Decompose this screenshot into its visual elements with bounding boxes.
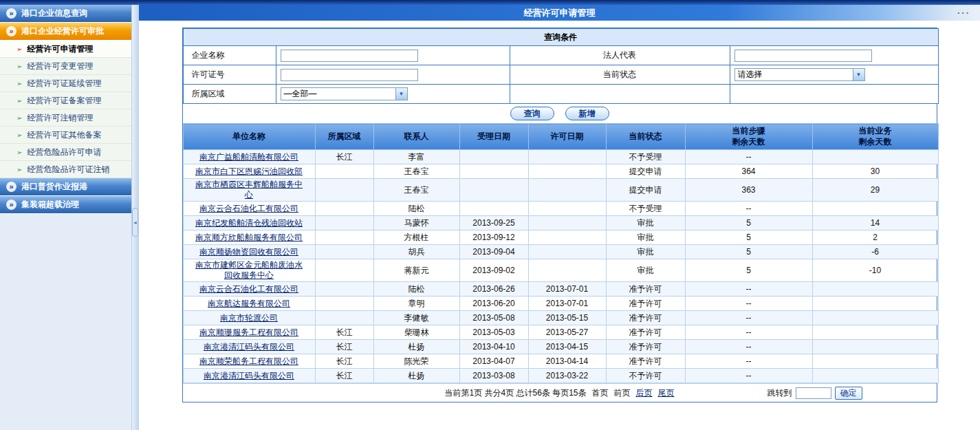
- sidebar-item-1-7[interactable]: ➢经营危险品许可证注销: [0, 161, 131, 178]
- arrow-icon: ➢: [17, 45, 22, 53]
- cell-company: 南京顺扬物资回收有限公司: [183, 245, 315, 259]
- company-link[interactable]: 南京港清江码头有限公司: [204, 342, 294, 352]
- cell-biz-days-left: [812, 150, 938, 164]
- sidebar-group-0[interactable]: »港口企业信息查询: [0, 5, 131, 23]
- company-link[interactable]: 南京顺珊服务工程有限公司: [199, 327, 298, 337]
- content-panel: 查询条件 企业名称 法人代表 许可证号 当前状态: [182, 28, 937, 402]
- cell-status: 审批: [606, 259, 685, 282]
- cell-biz-days-left: [812, 297, 938, 311]
- company-link[interactable]: 南京市栖霞区丰辉船舶服务中心: [195, 180, 303, 200]
- cell-accept-date: [459, 150, 528, 164]
- cell-status: 审批: [606, 216, 685, 230]
- page-title-bar: 经营许可申请管理 ···: [139, 5, 980, 21]
- double-arrow-icon: »: [6, 8, 17, 19]
- cell-status: 提交申请: [606, 164, 685, 179]
- company-link[interactable]: 南京航达服务有限公司: [208, 299, 290, 308]
- company-name-input[interactable]: [281, 50, 418, 62]
- arrow-icon: ➢: [17, 149, 22, 156]
- cell-contact: 陈光荣: [373, 354, 459, 369]
- cell-permit-date: 2013-07-01: [528, 297, 606, 311]
- arrow-icon: ➢: [17, 114, 22, 122]
- empty-cell: [510, 85, 730, 104]
- sidebar-menu: »港口企业信息查询»港口企业经营许可审批➢经营许可申请管理➢经营许可变更管理➢经…: [0, 5, 131, 214]
- cell-permit-date: [528, 150, 606, 164]
- cell-accept-date: 2013-09-02: [459, 259, 528, 282]
- cell-permit-date: [528, 259, 606, 282]
- license-no-input[interactable]: [281, 69, 418, 81]
- cell-step-days-left: --: [685, 311, 812, 325]
- sidebar-item-1-4[interactable]: ➢经营许可注销管理: [0, 109, 131, 127]
- company-link[interactable]: 南京市轮渡公司: [220, 313, 278, 323]
- region-select[interactable]: —全部— ▼: [281, 87, 408, 100]
- col-header-accept-date: 受理日期: [459, 124, 528, 150]
- company-link[interactable]: 南京顺荣船务工程有限公司: [199, 356, 298, 366]
- cell-company: 南京云合石油化工有限公司: [183, 282, 315, 297]
- cell-region: 长江: [315, 325, 373, 340]
- sidebar-group-2[interactable]: »港口普货作业报港: [0, 178, 131, 196]
- company-link[interactable]: 南京市建邺区金元船舶废油水回收服务中心: [195, 260, 303, 280]
- cell-region: [315, 179, 373, 202]
- table-row: 南京航达服务有限公司章明2013-06-202013-07-01准予许可--: [183, 297, 938, 311]
- sidebar-item-1-5[interactable]: ➢经营许可证其他备案: [0, 127, 131, 144]
- cell-step-days-left: 5: [685, 259, 812, 282]
- sidebar-item-1-1[interactable]: ➢经营许可变更管理: [0, 58, 131, 75]
- company-link[interactable]: 南京云合石油化工有限公司: [199, 204, 298, 213]
- sidebar-group-label: 港口企业经营许可审批: [21, 25, 104, 37]
- company-link[interactable]: 南京云合石油化工有限公司: [199, 284, 298, 294]
- top-strip: [0, 0, 980, 5]
- sidebar-item-label: 经营许可证延续管理: [27, 78, 101, 89]
- pager-prev: 前页: [614, 387, 631, 399]
- sidebar-item-1-3[interactable]: ➢经营许可证备案管理: [0, 92, 131, 109]
- sidebar-group-1[interactable]: »港口企业经营许可审批: [0, 23, 131, 41]
- table-row: 南京市栖霞区丰辉船舶服务中心王春宝提交申请36329: [183, 179, 938, 202]
- col-header-permit-date: 许可日期: [528, 124, 606, 150]
- cell-permit-date: [528, 202, 606, 216]
- cell-step-days-left: --: [685, 369, 812, 383]
- search-button[interactable]: 查询: [510, 107, 554, 120]
- pager-last[interactable]: 尾页: [658, 387, 675, 399]
- collapse-handle[interactable]: ◄: [132, 208, 138, 237]
- company-link[interactable]: 南京顺方欣船舶服务有限公司: [195, 233, 303, 242]
- cell-region: 长江: [315, 369, 373, 383]
- table-row: 南京云合石油化工有限公司陆松2013-06-262013-07-01准予许可--: [183, 282, 938, 297]
- cell-biz-days-left: 2: [812, 230, 938, 245]
- pager-next[interactable]: 后页: [636, 387, 653, 399]
- cell-step-days-left: --: [685, 325, 812, 340]
- company-link[interactable]: 南京纪发船舶清仓残油回收站: [195, 218, 303, 228]
- company-link[interactable]: 南京顺扬物资回收有限公司: [199, 247, 298, 257]
- cell-company: 南京顺荣船务工程有限公司: [183, 354, 315, 369]
- cell-region: 长江: [315, 150, 373, 164]
- sidebar-item-1-0[interactable]: ➢经营许可申请管理: [0, 41, 131, 58]
- cell-accept-date: 2013-09-12: [459, 230, 528, 245]
- cell-accept-date: [459, 202, 528, 216]
- sidebar: »港口企业信息查询»港口企业经营许可审批➢经营许可申请管理➢经营许可变更管理➢经…: [0, 5, 132, 430]
- cell-status: 准予许可: [606, 354, 685, 369]
- cell-biz-days-left: [812, 282, 938, 297]
- cell-region: [315, 259, 373, 282]
- table-row: 南京纪发船舶清仓残油回收站马蒙怀2013-09-25审批514: [183, 216, 938, 230]
- cell-step-days-left: --: [685, 340, 812, 354]
- add-button[interactable]: 新增: [565, 107, 609, 120]
- cell-permit-date: [528, 245, 606, 259]
- jump-page-input[interactable]: [796, 387, 831, 399]
- sidebar-item-1-6[interactable]: ➢经营危险品许可申请: [0, 144, 131, 161]
- company-link[interactable]: 南京港清江码头有限公司: [204, 371, 294, 380]
- company-name-cell: [276, 46, 510, 65]
- status-select[interactable]: 请选择 ▼: [734, 68, 865, 81]
- legal-rep-input[interactable]: [734, 50, 872, 62]
- cell-accept-date: 2013-05-08: [459, 311, 528, 325]
- cell-contact: 李健敏: [373, 311, 459, 325]
- sidebar-item-1-2[interactable]: ➢经营许可证延续管理: [0, 75, 131, 92]
- cell-accept-date: 2013-03-08: [459, 369, 528, 383]
- cell-biz-days-left: [812, 369, 938, 383]
- confirm-button[interactable]: 确定: [835, 387, 862, 400]
- cell-contact: 杜扬: [373, 369, 459, 383]
- cell-biz-days-left: -6: [812, 245, 938, 259]
- company-link[interactable]: 南京广益船舶清舱有限公司: [199, 152, 298, 162]
- company-link[interactable]: 南京市白下区恩赐污油回收部: [195, 166, 303, 176]
- cell-company: 南京市白下区恩赐污油回收部: [183, 164, 315, 179]
- cell-step-days-left: 363: [685, 179, 812, 202]
- cell-status: 准予许可: [606, 311, 685, 325]
- sidebar-group-3[interactable]: »集装箱超载治理: [0, 196, 131, 214]
- main-area: 经营许可申请管理 ··· 查询条件 企业名称 法人代表: [139, 5, 980, 430]
